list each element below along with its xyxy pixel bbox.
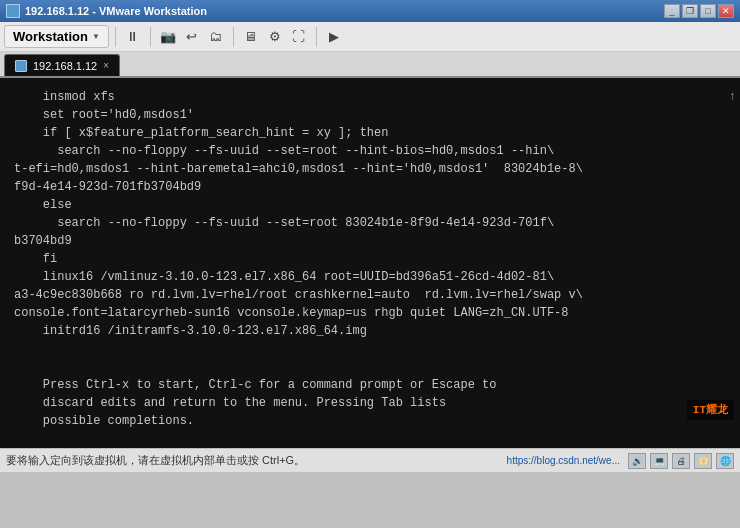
title-bar: 192.168.1.12 - VMware Workstation _ ❐ □ … (0, 0, 740, 22)
snapshot2-button[interactable]: 🗂 (205, 26, 227, 48)
status-text: 要将输入定向到该虚拟机，请在虚拟机内部单击或按 Ctrl+G。 (6, 453, 499, 468)
window-controls: _ ❐ □ ✕ (664, 4, 734, 18)
status-url: https://blog.csdn.net/we... (507, 455, 620, 466)
pause-button[interactable]: ⏸ (122, 26, 144, 48)
status-icon-4: 📀 (694, 453, 712, 469)
restore-button[interactable]: ❐ (682, 4, 698, 18)
status-bar: 要将输入定向到该虚拟机，请在虚拟机内部单击或按 Ctrl+G。 https://… (0, 448, 740, 472)
vm-settings-button[interactable]: ⚙ (264, 26, 286, 48)
revert-button[interactable]: ↩ (181, 26, 203, 48)
close-button[interactable]: ✕ (718, 4, 734, 18)
status-icon-3: 🖨 (672, 453, 690, 469)
toolbar-separator (115, 27, 116, 47)
dropdown-arrow-icon: ▼ (92, 32, 100, 41)
tab-vm-icon (15, 60, 27, 72)
watermark: IT耀龙 (687, 400, 734, 421)
toolbar-separator-3 (233, 27, 234, 47)
tab-label: 192.168.1.12 (33, 60, 97, 72)
status-icon-5: 🌐 (716, 453, 734, 469)
vm-fullscreen-button[interactable]: ⛶ (288, 26, 310, 48)
vm-display-button[interactable]: 🖥 (240, 26, 262, 48)
tab-bar: 192.168.1.12 × (0, 52, 740, 78)
title-bar-text: 192.168.1.12 - VMware Workstation (6, 4, 207, 18)
toolbar-separator-2 (150, 27, 151, 47)
status-icon-1: 🔊 (628, 453, 646, 469)
toolbar-separator-4 (316, 27, 317, 47)
snapshot-button[interactable]: 📷 (157, 26, 179, 48)
vm-power-button[interactable]: ▶ (323, 26, 345, 48)
scroll-up-indicator: ↑ (729, 88, 736, 106)
menu-bar: Workstation ▼ ⏸ 📷 ↩ 🗂 🖥 ⚙ ⛶ ▶ (0, 22, 740, 52)
vm-tab[interactable]: 192.168.1.12 × (4, 54, 120, 76)
maximize-button[interactable]: □ (700, 4, 716, 18)
title-label: 192.168.1.12 - VMware Workstation (25, 5, 207, 17)
app-icon (6, 4, 20, 18)
workstation-menu[interactable]: Workstation ▼ (4, 25, 109, 48)
tab-close-button[interactable]: × (103, 60, 109, 71)
status-icons: 🔊 💻 🖨 📀 🌐 (628, 453, 734, 469)
terminal-content: insmod xfs set root='hd0,msdos1' if [ x$… (14, 88, 726, 430)
workstation-label: Workstation (13, 29, 88, 44)
minimize-button[interactable]: _ (664, 4, 680, 18)
vm-screen[interactable]: ↑ insmod xfs set root='hd0,msdos1' if [ … (0, 78, 740, 448)
status-icon-2: 💻 (650, 453, 668, 469)
